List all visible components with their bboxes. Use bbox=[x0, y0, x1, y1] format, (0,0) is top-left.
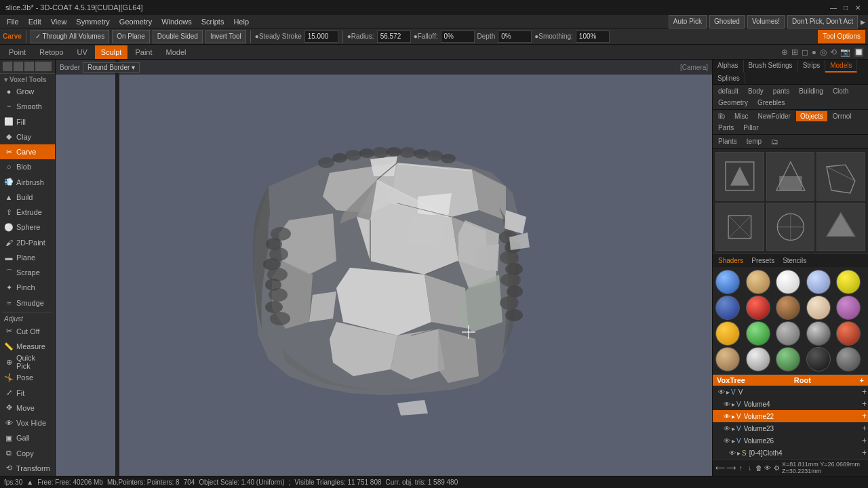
subtab-pants[interactable]: pants bbox=[769, 86, 793, 96]
lt-gall[interactable]: ▣ Gall bbox=[0, 430, 55, 445]
vt-row-volume4[interactable]: 👁 ▸ V Volume4 + bbox=[713, 398, 868, 410]
shader-tan[interactable] bbox=[746, 270, 770, 294]
shader-tab-stencils[interactable]: Stencils bbox=[780, 256, 809, 266]
tab-uv[interactable]: UV bbox=[71, 45, 94, 59]
shader-blue[interactable] bbox=[715, 270, 740, 294]
rp-tab-alphas[interactable]: Alphas bbox=[713, 60, 744, 73]
lt-measure[interactable]: 📏 Measure bbox=[0, 339, 55, 354]
shader-brown[interactable] bbox=[776, 296, 800, 320]
viewport-icon-3[interactable]: ◻ bbox=[800, 47, 810, 57]
lt-grow[interactable]: ● Grow bbox=[0, 84, 55, 99]
lt-clay[interactable]: ◆ Clay bbox=[0, 129, 55, 144]
subtab-body[interactable]: Body bbox=[744, 86, 768, 96]
vt-foot-split[interactable]: ⟶ bbox=[726, 462, 736, 473]
viewport[interactable]: Border Round Border ▾ [Camera] bbox=[56, 60, 712, 476]
shader-bronze[interactable] bbox=[715, 347, 740, 371]
on-plane-btn[interactable]: On Plane bbox=[112, 30, 150, 43]
viewport-icon-1[interactable]: ⊕ bbox=[780, 47, 789, 57]
shader-purple[interactable] bbox=[836, 296, 861, 320]
depth-value[interactable] bbox=[498, 30, 532, 43]
vt-foot-visible[interactable]: 👁 bbox=[764, 462, 772, 473]
invert-tool-btn[interactable]: Invert Tool bbox=[205, 30, 246, 43]
shader-gold[interactable] bbox=[715, 321, 740, 346]
tool-options-btn[interactable]: Tool Options bbox=[818, 30, 865, 43]
lt-transform[interactable]: ⟲ Transform bbox=[0, 461, 55, 476]
subtab-lib[interactable]: lib bbox=[714, 111, 729, 121]
lt-build[interactable]: ▲ Build bbox=[0, 190, 55, 205]
vt-foot-delete[interactable]: 🗑 bbox=[755, 462, 762, 473]
lt-airbrush[interactable]: 💨 Airbrush bbox=[0, 175, 55, 190]
vt-eye-vol4[interactable]: 👁 bbox=[724, 401, 730, 408]
subtab-icon[interactable]: 🗂 bbox=[767, 136, 783, 147]
lt-icon-move[interactable] bbox=[14, 62, 23, 71]
lt-2dpaint[interactable]: 🖌 2D-Paint bbox=[0, 235, 55, 250]
obj-thumb-4[interactable] bbox=[715, 203, 764, 251]
lt-pose[interactable]: 🤸 Pose bbox=[0, 370, 55, 385]
vt-row-volume26[interactable]: 👁 ▸ V Volume26 + bbox=[713, 434, 868, 447]
shader-silver[interactable] bbox=[746, 347, 770, 371]
menu-symmetry[interactable]: Symmetry bbox=[72, 15, 114, 28]
tab-point[interactable]: Point bbox=[3, 45, 32, 59]
lt-pinch[interactable]: ✦ Pinch bbox=[0, 280, 55, 295]
through-all-volumes-btn[interactable]: ✓ Through All Volumes bbox=[31, 30, 109, 43]
tab-paint[interactable]: Paint bbox=[129, 45, 158, 59]
rp-tab-strips[interactable]: Strips bbox=[798, 60, 826, 73]
vt-eye-cloth4[interactable]: 👁 bbox=[729, 449, 736, 457]
vt-add-vol4[interactable]: + bbox=[862, 399, 867, 409]
lt-smooth[interactable]: ~ Smooth bbox=[0, 99, 55, 114]
menu-help[interactable]: Help bbox=[229, 15, 253, 28]
subtab-parts[interactable]: Parts bbox=[714, 123, 738, 133]
viewport-icon-7[interactable]: 📷 bbox=[839, 47, 852, 57]
lt-move[interactable]: ✥ Move bbox=[0, 401, 55, 415]
subtab-misc[interactable]: Misc bbox=[730, 111, 753, 121]
menu-scripts[interactable]: Scripts bbox=[197, 15, 229, 28]
vt-add-vol23[interactable]: + bbox=[862, 424, 867, 433]
subtab-newfolder[interactable]: NewFolder bbox=[754, 111, 795, 121]
subtab-cloth[interactable]: Cloth bbox=[829, 86, 852, 96]
dontpick-btn[interactable]: Don't Pick, Don't Act bbox=[787, 15, 858, 28]
vt-add-vol26[interactable]: + bbox=[862, 436, 867, 445]
menu-view[interactable]: View bbox=[47, 15, 71, 28]
rp-tab-models[interactable]: Models bbox=[825, 60, 857, 73]
viewport-icon-2[interactable]: ⊞ bbox=[790, 47, 800, 57]
subtab-objects[interactable]: Objects bbox=[796, 111, 827, 121]
vt-add-v[interactable]: + bbox=[862, 387, 867, 396]
lt-icon-select[interactable] bbox=[3, 62, 12, 71]
subtab-temp[interactable]: temp bbox=[743, 136, 766, 147]
subtab-geometry[interactable]: Geometry bbox=[714, 98, 752, 108]
voxtree-add-root[interactable]: + bbox=[860, 376, 864, 384]
viewport-icon-8[interactable]: 🔲 bbox=[852, 47, 865, 57]
obj-thumb-5[interactable] bbox=[766, 203, 815, 251]
vt-row-cloth4[interactable]: 👁 ▸ S [0-4]Cloth4 + bbox=[713, 447, 868, 459]
vt-row-volume23[interactable]: 👁 ▸ V Volume23 + bbox=[713, 422, 868, 434]
vt-eye-vol22[interactable]: 👁 bbox=[724, 413, 730, 420]
lt-cutoff[interactable]: ✂ Cut Off bbox=[0, 324, 55, 339]
subtab-orrnol[interactable]: Orrnol bbox=[829, 111, 856, 121]
vt-eye-v[interactable]: 👁 bbox=[718, 388, 725, 396]
shader-tab-shaders[interactable]: Shaders bbox=[715, 256, 746, 266]
minimize-button[interactable]: — bbox=[829, 3, 838, 12]
vt-add-cloth4[interactable]: + bbox=[862, 448, 867, 458]
lt-smudge[interactable]: ≈ Smudge bbox=[0, 296, 55, 310]
menu-file[interactable]: File bbox=[3, 15, 23, 28]
lt-extrude[interactable]: ⇧ Extrude bbox=[0, 205, 55, 220]
menu-edit[interactable]: Edit bbox=[24, 15, 45, 28]
vt-row-v[interactable]: 👁 ▸ V V + bbox=[713, 386, 868, 398]
vt-foot-down[interactable]: ↓ bbox=[746, 462, 753, 473]
lt-fit[interactable]: ⤢ Fit bbox=[0, 385, 55, 400]
obj-thumb-3[interactable] bbox=[816, 152, 865, 201]
vt-row-volume22[interactable]: 👁 ▸ V Volume22 + bbox=[713, 410, 868, 422]
shader-red[interactable] bbox=[746, 296, 770, 320]
viewport-icon-6[interactable]: ⟲ bbox=[829, 47, 838, 57]
subtab-plants[interactable]: Plants bbox=[714, 136, 741, 147]
lt-scrape[interactable]: ⌒ Scrape bbox=[0, 265, 55, 280]
obj-thumb-1[interactable] bbox=[715, 152, 764, 201]
stroke-value[interactable] bbox=[304, 30, 338, 43]
tab-sculpt[interactable]: Sculpt bbox=[95, 45, 128, 59]
volumes-btn[interactable]: Volumes! bbox=[747, 15, 785, 28]
obj-thumb-2[interactable] bbox=[766, 152, 815, 201]
vt-foot-up[interactable]: ↑ bbox=[737, 462, 745, 473]
vt-foot-settings[interactable]: ⚙ bbox=[773, 462, 781, 473]
lt-quickpick[interactable]: ⊕ Quick Pick bbox=[0, 354, 55, 370]
lt-copy[interactable]: ⧉ Copy bbox=[0, 445, 55, 460]
